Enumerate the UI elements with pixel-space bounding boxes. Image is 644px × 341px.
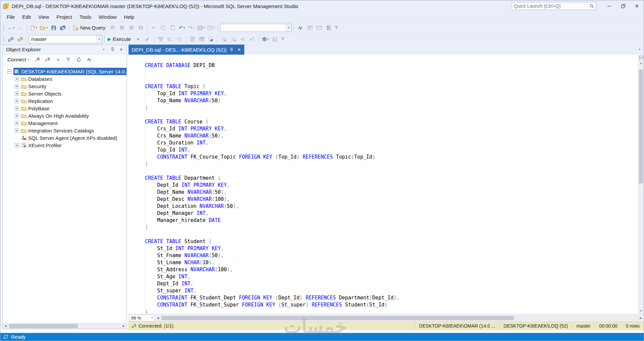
code-line[interactable] [145, 231, 638, 238]
code-line[interactable]: Top_Id INT, [145, 147, 638, 154]
menu-project[interactable]: Project [53, 12, 76, 21]
cut-button[interactable] [149, 23, 158, 32]
toolbar-grip[interactable] [3, 36, 4, 43]
code-line[interactable]: St_Fname NVARCHAR(50), [145, 252, 638, 259]
code-line[interactable]: CREATE TABLE Topic ( [145, 83, 638, 90]
code-line[interactable]: Manager_hiredate DATE [145, 217, 638, 224]
registered-servers-button[interactable] [324, 23, 333, 32]
pin-button[interactable] [110, 47, 115, 52]
code-line[interactable]: Top_Id INT PRIMARY KEY, [145, 90, 638, 97]
activity-monitor-button[interactable] [85, 55, 94, 64]
execute-button[interactable]: Execute [107, 35, 133, 44]
scroll-right-button[interactable] [121, 323, 127, 329]
paste-button[interactable] [168, 23, 177, 32]
code-line[interactable] [145, 168, 638, 175]
code-line[interactable] [145, 76, 638, 83]
open-file-button[interactable] [39, 23, 49, 32]
expander-plus-icon[interactable] [15, 121, 19, 125]
combo-dropdown-button[interactable] [286, 24, 291, 32]
code-line[interactable]: CREATE TABLE Course ( [145, 118, 638, 125]
intellisense-button[interactable] [261, 35, 270, 44]
window-position-button[interactable] [101, 47, 106, 52]
split-editor-button[interactable] [638, 55, 644, 60]
expander-plus-icon[interactable] [15, 106, 19, 111]
standard-combo[interactable] [220, 24, 292, 32]
code-line[interactable]: CREATE DATABASE DEPI_DB [145, 62, 638, 69]
mdx-query-button[interactable] [117, 23, 126, 32]
filter-button[interactable] [64, 55, 73, 64]
uncomment-button[interactable] [229, 35, 238, 44]
expander-plus-icon[interactable] [15, 84, 19, 89]
tree-item[interactable]: PolyBase [3, 105, 127, 112]
stop-button[interactable] [54, 55, 62, 64]
tree-item[interactable]: XEvent Profiler [3, 141, 127, 149]
tree-item[interactable]: Server Objects [3, 90, 127, 97]
expander-plus-icon[interactable] [15, 77, 19, 81]
document-dropdown-button[interactable] [636, 45, 644, 55]
available-databases-combo[interactable]: master [29, 35, 102, 43]
new-file-button[interactable] [29, 23, 38, 32]
menu-tools[interactable]: Tools [76, 12, 95, 21]
code-line[interactable]: Crs_Name NVARCHAR(50), [145, 132, 638, 139]
code-line[interactable]: Dept_Id INT PRIMARY KEY, [145, 182, 638, 189]
new-query-button[interactable]: New Query [72, 23, 107, 32]
menu-edit[interactable]: Edit [18, 12, 35, 21]
editor-vertical-scrollbar[interactable] [638, 55, 644, 314]
save-all-button[interactable] [59, 23, 67, 32]
combo-dropdown-button[interactable] [96, 36, 102, 43]
scrollbar-track[interactable] [8, 323, 121, 329]
disconnect-button[interactable] [33, 55, 42, 64]
scrollbar-thumb[interactable] [639, 69, 643, 183]
code-line[interactable]: Crs_Id INT PRIMARY KEY, [145, 125, 638, 132]
results-to-file-button[interactable] [207, 35, 215, 44]
code-line[interactable]: ) [145, 224, 638, 231]
xmla-query-button[interactable] [136, 23, 145, 32]
code-line[interactable]: Dept_Id INT, [145, 280, 638, 287]
tree-item[interactable]: Databases [3, 75, 127, 82]
scroll-left-button[interactable] [155, 315, 161, 321]
toolbar-overflow-button[interactable] [335, 26, 338, 30]
code-line[interactable]: St_Lname NCHAR(10), [145, 259, 638, 266]
results-to-grid-button[interactable] [197, 35, 206, 44]
toolbar-overflow-button[interactable] [281, 38, 284, 41]
code-line[interactable]: St_Address NVARCHAR(100), [145, 266, 638, 273]
connect-button[interactable] [6, 35, 15, 44]
database-engine-query-button[interactable] [108, 23, 117, 32]
restore-button[interactable] [616, 0, 630, 12]
nav-backward-button[interactable] [6, 23, 15, 32]
code-line[interactable]: Dept_Name NVARCHAR(50), [145, 189, 638, 196]
code-line[interactable]: CREATE TABLE Student ( [145, 238, 638, 245]
code-line[interactable]: Crs_Duration INT, [145, 139, 638, 147]
code-line[interactable] [145, 111, 638, 118]
scroll-left-button[interactable] [3, 323, 8, 329]
tree-item[interactable]: Always On High Availability [3, 112, 127, 119]
code-line[interactable]: ) [145, 104, 638, 111]
code-line[interactable]: St_Id INT PRIMARY KEY, [145, 245, 638, 252]
zoom-control[interactable]: 99 % [129, 315, 155, 322]
tree-item[interactable]: Management [3, 119, 127, 127]
code-area[interactable]: CREATE DATABASE DEPI_DB CREATE TABLE Top… [129, 55, 638, 314]
code-line[interactable]: Dept_Location NVARCHAR(50), [145, 203, 638, 210]
client-statistics-button[interactable] [175, 35, 184, 44]
template-parameters-button[interactable] [270, 35, 279, 44]
change-connection-button[interactable] [43, 55, 52, 64]
code-line[interactable]: CONSTRAINT FK_Student_Dept FOREIGN KEY (… [145, 294, 638, 301]
scroll-up-button[interactable] [638, 60, 644, 66]
dmx-query-button[interactable] [127, 23, 136, 32]
parse-button[interactable] [143, 35, 152, 44]
comment-button[interactable] [220, 35, 229, 44]
scrollbar-thumb[interactable] [161, 316, 514, 320]
code-line[interactable]: CREATE TABLE Department ( [145, 175, 638, 182]
redo-button[interactable] [187, 23, 196, 32]
tree-item[interactable]: Replication [3, 97, 127, 105]
refresh-button[interactable] [75, 55, 83, 64]
scrollbar-track[interactable] [638, 66, 644, 308]
pin-icon[interactable] [229, 47, 234, 52]
estimated-plan-button[interactable] [156, 35, 165, 44]
nav-forward-button[interactable] [16, 23, 25, 32]
toolbar-grip[interactable] [3, 24, 4, 31]
expander-minus-icon[interactable] [7, 69, 12, 74]
code-line[interactable]: CONSTRAINT FK_Course_Topic FOREIGN KEY (… [145, 154, 638, 161]
document-tab[interactable]: DEPI_DB.sql - DES...-K8IEAEK\LOQ (52)) [129, 45, 244, 55]
code-line[interactable]: ) [145, 308, 638, 314]
